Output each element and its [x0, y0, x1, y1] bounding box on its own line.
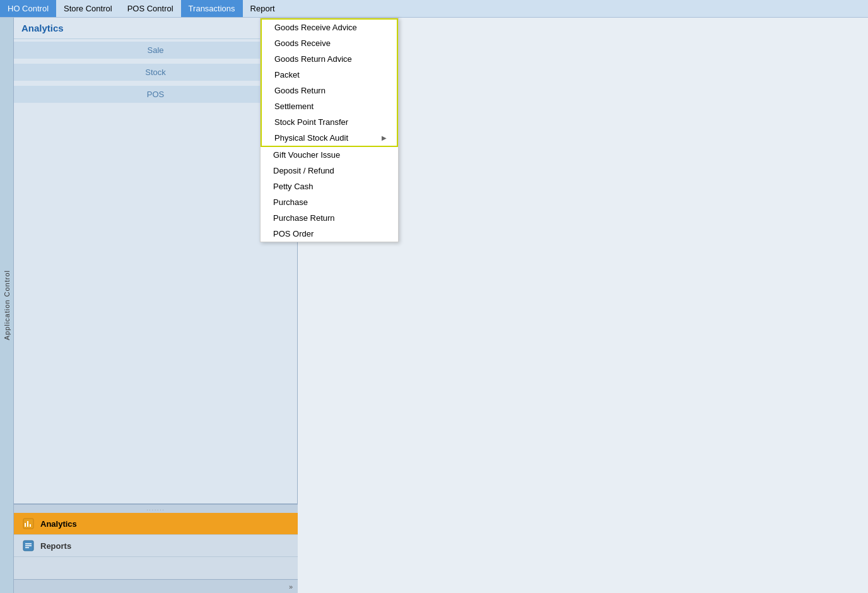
- reports-icon: [21, 539, 35, 553]
- highlighted-group: Goods Receive Advice Goods Receive Goods…: [261, 18, 398, 147]
- dropdown-item-gift-voucher-issue[interactable]: Gift Voucher Issue: [261, 147, 398, 163]
- panel-section-sale[interactable]: Sale: [14, 42, 297, 59]
- dropdown-item-packet[interactable]: Packet: [262, 67, 397, 83]
- nav-item-analytics[interactable]: Analytics: [14, 513, 298, 535]
- dropdown-menu: Goods Receive Advice Goods Receive Goods…: [260, 18, 399, 242]
- dropdown-item-purchase[interactable]: Purchase: [261, 194, 398, 210]
- dropdown-item-purchase-return[interactable]: Purchase Return: [261, 210, 398, 226]
- menu-item-report[interactable]: Report: [243, 0, 283, 17]
- nav-item-reports[interactable]: Reports: [14, 535, 298, 557]
- resize-handle[interactable]: .......: [14, 505, 298, 513]
- dropdown-item-physical-stock-audit[interactable]: Physical Stock Audit ▶: [262, 130, 397, 146]
- analytics-header: Analytics: [14, 18, 297, 39]
- menu-item-ho-control[interactable]: HO Control: [0, 0, 56, 17]
- menu-item-transactions[interactable]: Transactions: [181, 0, 243, 17]
- nav-reports-label: Reports: [40, 541, 71, 551]
- menu-item-pos-control[interactable]: POS Control: [120, 0, 181, 17]
- dropdown-item-stock-point-transfer[interactable]: Stock Point Transfer: [262, 114, 397, 130]
- dropdown-item-pos-order[interactable]: POS Order: [261, 226, 398, 242]
- app-control-sidebar: Application Control: [0, 18, 14, 593]
- app-control-label: Application Control: [3, 270, 11, 340]
- menu-item-store-control[interactable]: Store Control: [56, 0, 120, 17]
- dropdown-item-goods-return[interactable]: Goods Return: [262, 83, 397, 98]
- dropdown-item-petty-cash[interactable]: Petty Cash: [261, 179, 398, 194]
- dropdown-item-deposit-refund[interactable]: Deposit / Refund: [261, 163, 398, 179]
- menu-bar: HO Control Store Control POS Control Tra…: [0, 0, 868, 18]
- analytics-icon: [21, 517, 35, 531]
- dropdown-item-goods-receive[interactable]: Goods Receive: [262, 35, 397, 51]
- panel-section-stock[interactable]: Stock: [14, 64, 297, 81]
- nav-expand-bar: »: [14, 579, 298, 593]
- dropdown-item-goods-return-advice[interactable]: Goods Return Advice: [262, 51, 397, 67]
- dropdown-item-settlement[interactable]: Settlement: [262, 98, 397, 114]
- submenu-arrow-physical-stock-audit: ▶: [382, 134, 387, 141]
- bottom-nav: ....... Analytics Reports: [14, 503, 298, 579]
- dropdown-item-goods-receive-advice[interactable]: Goods Receive Advice: [262, 20, 397, 35]
- expand-button[interactable]: »: [289, 583, 293, 590]
- nav-analytics-label: Analytics: [40, 519, 77, 529]
- panel-section-pos[interactable]: POS: [14, 86, 297, 103]
